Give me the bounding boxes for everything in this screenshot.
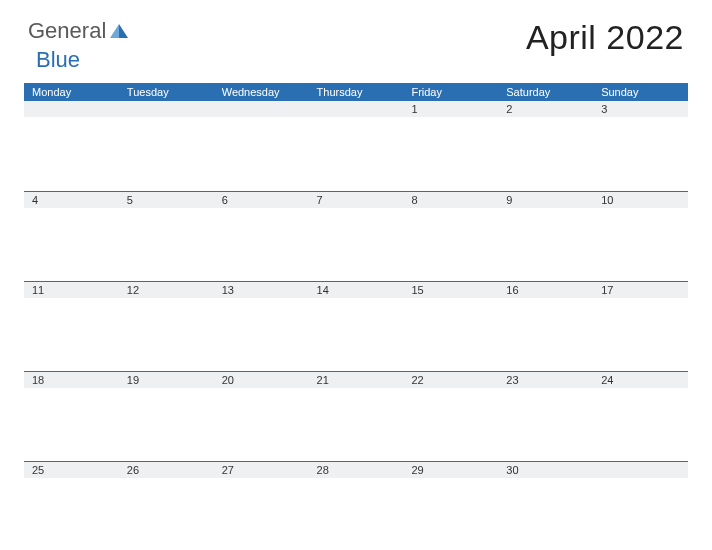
calendar-day-cell: 1 bbox=[403, 101, 498, 191]
calendar-week-row: 11121314151617 bbox=[24, 281, 688, 371]
day-number bbox=[119, 101, 214, 117]
day-number: 29 bbox=[403, 462, 498, 478]
day-number: 3 bbox=[593, 101, 688, 117]
day-number bbox=[214, 101, 309, 117]
calendar-week-row: 252627282930 bbox=[24, 461, 688, 550]
calendar-day-cell: 29 bbox=[403, 462, 498, 550]
calendar-day-cell: 19 bbox=[119, 372, 214, 461]
day-number: 11 bbox=[24, 282, 119, 298]
day-number: 27 bbox=[214, 462, 309, 478]
day-body bbox=[498, 388, 593, 461]
day-body bbox=[593, 298, 688, 371]
calendar-day-cell: 4 bbox=[24, 192, 119, 281]
calendar-day-cell: 18 bbox=[24, 372, 119, 461]
day-body bbox=[498, 298, 593, 371]
day-number: 5 bbox=[119, 192, 214, 208]
brand-word-1: General bbox=[28, 18, 106, 44]
calendar-week-row: 45678910 bbox=[24, 191, 688, 281]
day-number bbox=[24, 101, 119, 117]
day-body bbox=[24, 478, 119, 550]
day-number: 18 bbox=[24, 372, 119, 388]
calendar-day-cell: 2 bbox=[498, 101, 593, 191]
day-body bbox=[119, 208, 214, 281]
day-number: 21 bbox=[309, 372, 404, 388]
day-body bbox=[214, 208, 309, 281]
calendar-day-cell: 16 bbox=[498, 282, 593, 371]
day-number bbox=[593, 462, 688, 478]
calendar-day-cell: 24 bbox=[593, 372, 688, 461]
calendar-day-cell: 12 bbox=[119, 282, 214, 371]
calendar-day-cell: 20 bbox=[214, 372, 309, 461]
calendar-day-cell bbox=[214, 101, 309, 191]
day-number: 17 bbox=[593, 282, 688, 298]
day-number: 10 bbox=[593, 192, 688, 208]
calendar-day-cell: 26 bbox=[119, 462, 214, 550]
weekday-header: Friday bbox=[403, 83, 498, 101]
weekday-header-row: Monday Tuesday Wednesday Thursday Friday… bbox=[24, 83, 688, 101]
day-number: 7 bbox=[309, 192, 404, 208]
weekday-header: Monday bbox=[24, 83, 119, 101]
day-body bbox=[593, 388, 688, 461]
calendar-day-cell: 13 bbox=[214, 282, 309, 371]
day-number: 4 bbox=[24, 192, 119, 208]
calendar-day-cell: 7 bbox=[309, 192, 404, 281]
day-body bbox=[309, 208, 404, 281]
calendar-day-cell: 28 bbox=[309, 462, 404, 550]
day-body bbox=[593, 478, 688, 550]
day-body bbox=[119, 117, 214, 191]
calendar-day-cell: 6 bbox=[214, 192, 309, 281]
day-number: 30 bbox=[498, 462, 593, 478]
day-number: 19 bbox=[119, 372, 214, 388]
calendar-day-cell: 21 bbox=[309, 372, 404, 461]
calendar-day-cell bbox=[593, 462, 688, 550]
day-body bbox=[214, 478, 309, 550]
weekday-header: Tuesday bbox=[119, 83, 214, 101]
day-number: 9 bbox=[498, 192, 593, 208]
calendar-day-cell: 14 bbox=[309, 282, 404, 371]
day-number: 14 bbox=[309, 282, 404, 298]
calendar-day-cell: 10 bbox=[593, 192, 688, 281]
day-body bbox=[403, 298, 498, 371]
day-body bbox=[309, 117, 404, 191]
day-number: 16 bbox=[498, 282, 593, 298]
day-number: 23 bbox=[498, 372, 593, 388]
calendar-week-row: 18192021222324 bbox=[24, 371, 688, 461]
day-number bbox=[309, 101, 404, 117]
day-body bbox=[214, 117, 309, 191]
day-body bbox=[403, 208, 498, 281]
weekday-header: Saturday bbox=[498, 83, 593, 101]
day-body bbox=[403, 388, 498, 461]
day-body bbox=[498, 478, 593, 550]
day-body bbox=[119, 298, 214, 371]
weekday-header: Sunday bbox=[593, 83, 688, 101]
day-body bbox=[403, 117, 498, 191]
day-number: 22 bbox=[403, 372, 498, 388]
calendar-day-cell: 25 bbox=[24, 462, 119, 550]
day-body bbox=[119, 478, 214, 550]
weekday-header: Thursday bbox=[309, 83, 404, 101]
day-number: 1 bbox=[403, 101, 498, 117]
day-body bbox=[119, 388, 214, 461]
day-body bbox=[214, 388, 309, 461]
calendar-day-cell bbox=[24, 101, 119, 191]
calendar-title: April 2022 bbox=[526, 18, 684, 57]
calendar-day-cell: 8 bbox=[403, 192, 498, 281]
day-body bbox=[403, 478, 498, 550]
calendar-day-cell: 5 bbox=[119, 192, 214, 281]
day-body bbox=[214, 298, 309, 371]
day-body bbox=[24, 298, 119, 371]
brand-word-2: Blue bbox=[36, 47, 80, 72]
day-number: 28 bbox=[309, 462, 404, 478]
day-number: 13 bbox=[214, 282, 309, 298]
calendar-grid: Monday Tuesday Wednesday Thursday Friday… bbox=[0, 83, 712, 550]
day-number: 2 bbox=[498, 101, 593, 117]
day-number: 8 bbox=[403, 192, 498, 208]
calendar-day-cell: 23 bbox=[498, 372, 593, 461]
calendar-day-cell: 3 bbox=[593, 101, 688, 191]
day-number: 25 bbox=[24, 462, 119, 478]
day-body bbox=[309, 478, 404, 550]
day-number: 15 bbox=[403, 282, 498, 298]
day-body bbox=[24, 117, 119, 191]
day-number: 26 bbox=[119, 462, 214, 478]
calendar-day-cell: 9 bbox=[498, 192, 593, 281]
